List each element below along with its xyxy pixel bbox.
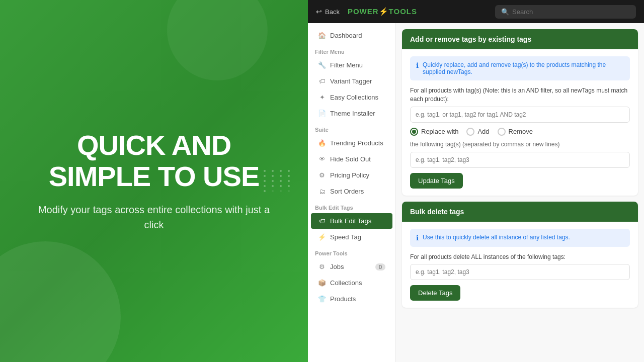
radio-replace[interactable]: Replace with — [410, 128, 458, 136]
card2-info-text: Use this to quickly delete all instance … — [423, 234, 570, 241]
search-bar[interactable]: 🔍 — [495, 5, 636, 19]
radio-add-label: Add — [477, 128, 489, 135]
card1-info-text: Quickly replace, add and remove tag(s) t… — [423, 61, 624, 75]
card2-body: ℹ Use this to quickly delete all instanc… — [402, 222, 638, 308]
trending-label: Trending Products — [330, 139, 383, 147]
sidebar-item-sort-orders[interactable]: 🗂 Sort Orders — [311, 184, 392, 199]
card1-label1: For all products with tag(s) (Note: this… — [410, 86, 630, 104]
speed-tag-label: Speed Tag — [330, 233, 361, 241]
left-panel: QUICK AND SIMPLE TO USE Modify your tags… — [0, 0, 308, 362]
card1-input2[interactable] — [410, 152, 630, 168]
hero-text: QUICK AND SIMPLE TO USE Modify your tags… — [0, 130, 308, 232]
info-icon-2: ℹ — [416, 234, 419, 242]
bulk-edit-section: Bulk Edit Tags — [308, 200, 395, 213]
sidebar-item-collections[interactable]: 📦 Collections — [311, 275, 392, 291]
logo-text: POWER — [348, 7, 379, 16]
app-logo: POWER⚡TOOLS — [348, 7, 417, 16]
radio-add[interactable]: Add — [466, 128, 489, 136]
hero-title: QUICK AND SIMPLE TO USE — [30, 130, 278, 192]
sidebar-item-theme-installer[interactable]: 📄 Theme Installer — [311, 106, 392, 121]
hide-sold-out-label: Hide Sold Out — [330, 155, 371, 163]
variant-tagger-icon: 🏷 — [318, 77, 326, 85]
sidebar-item-hide-sold-out[interactable]: 👁 Hide Sold Out — [311, 151, 392, 167]
easy-collections-label: Easy Collections — [330, 94, 378, 101]
collections-icon: 📦 — [318, 279, 326, 287]
card2-info-banner: ℹ Use this to quickly delete all instanc… — [410, 229, 630, 247]
products-icon: 👕 — [318, 295, 326, 303]
top-bar: ↩ Back POWER⚡TOOLS 🔍 — [308, 0, 644, 23]
speed-tag-icon: ⚡ — [318, 233, 326, 241]
power-tools-section: Power Tools — [308, 245, 395, 258]
sidebar-item-speed-tag[interactable]: ⚡ Speed Tag — [311, 229, 392, 245]
back-icon: ↩ — [316, 8, 322, 16]
sidebar-item-products[interactable]: 👕 Products — [311, 291, 392, 307]
app-window: ↩ Back POWER⚡TOOLS 🔍 🏠 Dashboard Filter … — [308, 0, 644, 362]
add-remove-tags-card: Add or remove tags by existing tags ℹ Qu… — [402, 29, 638, 196]
sidebar-item-trending[interactable]: 🔥 Trending Products — [311, 135, 392, 151]
main-content: 🏠 Dashboard Filter Menu 🔧 Filter Menu 🏷 … — [308, 23, 644, 362]
search-icon: 🔍 — [501, 8, 509, 16]
card1-info-banner: ℹ Quickly replace, add and remove tag(s)… — [410, 56, 630, 80]
sidebar-item-easy-collections[interactable]: ✦ Easy Collections — [311, 89, 392, 105]
content-area: Add or remove tags by existing tags ℹ Qu… — [396, 23, 644, 362]
sidebar-item-filter-menu[interactable]: 🔧 Filter Menu — [311, 57, 392, 73]
card1-header: Add or remove tags by existing tags — [402, 29, 638, 49]
jobs-label: Jobs — [330, 263, 344, 270]
sidebar-item-dashboard[interactable]: 🏠 Dashboard — [311, 28, 392, 43]
bulk-delete-tags-card: Bulk delete tags ℹ Use this to quickly d… — [402, 202, 638, 308]
card1-input1[interactable] — [410, 107, 630, 123]
collections-label: Collections — [330, 279, 362, 287]
card1-label2: the following tag(s) (separated by comma… — [410, 141, 630, 148]
back-button[interactable]: ↩ Back — [316, 8, 340, 16]
radio-remove[interactable]: Remove — [498, 128, 533, 136]
trending-icon: 🔥 — [318, 139, 326, 147]
info-icon-1: ℹ — [416, 61, 419, 69]
radio-remove-label: Remove — [509, 128, 533, 135]
radio-add-circle — [466, 128, 474, 136]
sort-orders-icon: 🗂 — [318, 188, 326, 195]
search-input[interactable] — [512, 8, 630, 16]
card2-header: Bulk delete tags — [402, 202, 638, 222]
filter-menu-icon: 🔧 — [318, 61, 326, 69]
easy-collections-icon: ✦ — [318, 94, 326, 101]
jobs-badge: 0 — [375, 263, 385, 270]
radio-group: Replace with Add Remove — [410, 128, 630, 136]
card2-label1: For all products delete ALL instances of… — [410, 253, 630, 261]
card2-input1[interactable] — [410, 264, 630, 280]
radio-remove-circle — [498, 128, 506, 136]
pricing-icon: ⚙ — [318, 171, 326, 179]
card1-body: ℹ Quickly replace, add and remove tag(s)… — [402, 49, 638, 196]
jobs-icon: ⚙ — [318, 263, 326, 270]
radio-replace-label: Replace with — [421, 128, 458, 135]
pricing-label: Pricing Policy — [330, 171, 369, 179]
bulk-edit-icon: 🏷 — [318, 217, 326, 225]
theme-installer-label: Theme Installer — [330, 110, 375, 117]
back-label: Back — [325, 8, 340, 16]
bulk-edit-label: Bulk Edit Tags — [330, 217, 371, 225]
update-tags-button[interactable]: Update Tags — [410, 173, 463, 189]
filter-menu-label: Filter Menu — [330, 61, 363, 69]
hide-sold-out-icon: 👁 — [318, 155, 326, 163]
filter-menu-section: Filter Menu — [308, 44, 395, 57]
suite-section: Suite — [308, 122, 395, 135]
sort-orders-label: Sort Orders — [330, 188, 364, 195]
logo-suffix: TOOLS — [389, 7, 417, 16]
variant-tagger-label: Variant Tagger — [330, 77, 372, 85]
theme-installer-icon: 📄 — [318, 110, 326, 117]
hero-subtitle: Modify your tags across entire collectio… — [30, 202, 278, 232]
products-label: Products — [330, 295, 356, 303]
dashboard-icon: 🏠 — [318, 32, 326, 39]
delete-tags-button[interactable]: Delete Tags — [410, 285, 460, 301]
radio-replace-circle — [410, 128, 418, 136]
sidebar-item-pricing[interactable]: ⚙ Pricing Policy — [311, 167, 392, 183]
sidebar-item-jobs[interactable]: ⚙ Jobs 0 — [311, 259, 392, 275]
sidebar: 🏠 Dashboard Filter Menu 🔧 Filter Menu 🏷 … — [308, 23, 396, 362]
dashboard-label: Dashboard — [330, 32, 362, 39]
sidebar-item-variant-tagger[interactable]: 🏷 Variant Tagger — [311, 73, 392, 89]
sidebar-item-bulk-edit-tags[interactable]: 🏷 Bulk Edit Tags — [311, 213, 392, 229]
